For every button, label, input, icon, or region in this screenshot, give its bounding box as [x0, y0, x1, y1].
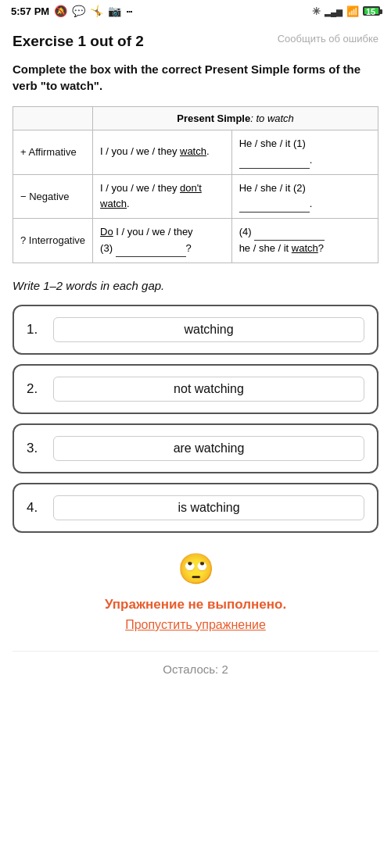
row-label-affirmative: + Affirmative — [13, 130, 93, 175]
answer-boxes: 1. 2. 3. 4. — [13, 305, 378, 533]
row-label-interrogative: ? Interrogative — [13, 219, 93, 263]
grammar-table: Present Simple: to watch + Affirmative I… — [13, 106, 378, 263]
bottom-remaining: Осталось: 2 — [13, 651, 378, 680]
exercise-title: Exercise 1 out of 2 — [13, 33, 144, 50]
bluetooth-icon — [312, 5, 321, 17]
answer-input-3[interactable] — [53, 436, 364, 461]
table-row-affirmative: + Affirmative I / you / we / they watch.… — [13, 130, 378, 175]
time-display: 5:57 PM — [11, 5, 49, 17]
battery-icon: 15 — [363, 6, 380, 16]
answer-box-1: 1. — [13, 305, 378, 355]
answer-input-1[interactable] — [53, 317, 364, 342]
bell-icon — [54, 5, 67, 17]
answer-box-3: 3. — [13, 423, 378, 473]
row-label-negative: − Negative — [13, 174, 93, 219]
error-message: Упражнение не выполнено. Пропустить упра… — [13, 594, 378, 635]
instruction-text: Complete the box with the correct Presen… — [13, 61, 378, 94]
status-left: 5:57 PM — [11, 5, 132, 17]
status-right: 15 — [312, 5, 380, 17]
affirmative-col2: He / she / it (1) . — [231, 130, 378, 175]
exercise-header: Exercise 1 out of 2 Сообщить об ошибке — [13, 33, 378, 50]
answer-number-3: 3. — [27, 441, 42, 456]
negative-col1: I / you / we / they don't watch. — [93, 174, 232, 219]
gap-instruction: Write 1–2 words in each gap. — [13, 279, 378, 292]
camera-icon — [108, 5, 121, 17]
answer-number-2: 2. — [27, 381, 42, 397]
person-icon — [90, 5, 103, 17]
ps-italic-label: : to watch — [250, 113, 294, 124]
answer-input-2[interactable] — [53, 377, 364, 402]
wifi-icon — [346, 5, 359, 17]
error-text: Упражнение не выполнено. — [105, 597, 286, 612]
answer-input-4[interactable] — [53, 495, 364, 520]
table-header: Present Simple: to watch — [93, 107, 378, 130]
more-dots-icon — [126, 5, 132, 17]
ps-bold-label: Present Simple — [177, 113, 250, 124]
report-error-link[interactable]: Сообщить об ошибке — [278, 33, 378, 45]
battery-level: 15 — [366, 8, 375, 16]
affirmative-col1: I / you / we / they watch. — [93, 130, 232, 175]
status-bar: 5:57 PM 15 — [0, 0, 391, 22]
table-row-negative: − Negative I / you / we / they don't wat… — [13, 174, 378, 219]
answer-number-1: 1. — [27, 322, 42, 338]
answer-number-4: 4. — [27, 500, 42, 516]
skip-exercise-link[interactable]: Пропустить упражнение — [13, 615, 378, 635]
answer-box-4: 4. — [13, 483, 378, 533]
negative-col2: He / she / it (2) . — [231, 174, 378, 219]
emoji-icon: 🙄 — [178, 552, 214, 585]
emoji-section: 🙄 — [13, 552, 378, 586]
answer-box-2: 2. — [13, 364, 378, 414]
main-content: Exercise 1 out of 2 Сообщить об ошибке C… — [0, 22, 391, 696]
signal-icon — [325, 5, 343, 17]
interrogative-col1: Do I / you / we / they(3) ? — [93, 219, 232, 263]
whatsapp-icon — [72, 5, 85, 17]
table-row-interrogative: ? Interrogative Do I / you / we / they(3… — [13, 219, 378, 263]
interrogative-col2: (4) he / she / it watch? — [231, 219, 378, 263]
